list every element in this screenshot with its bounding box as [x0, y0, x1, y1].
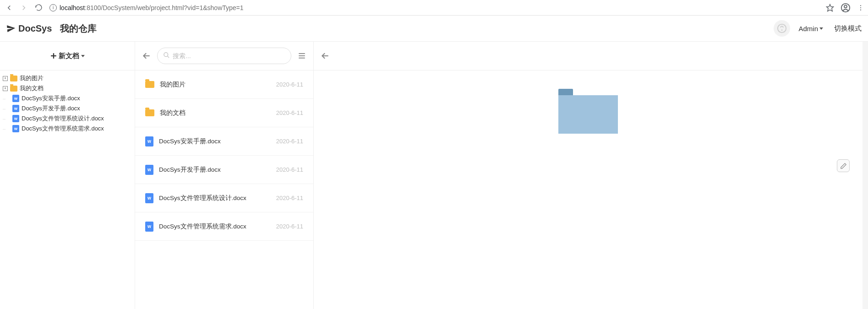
scrollbar[interactable] — [863, 42, 868, 309]
folder-preview-icon — [558, 89, 618, 134]
list-item[interactable]: 我的文档2020-6-11 — [135, 99, 313, 127]
svg-rect-14 — [299, 55, 305, 56]
switch-mode-link[interactable]: 切换模式 — [834, 24, 862, 33]
list-toolbar — [135, 42, 313, 70]
browser-chrome: i localhost:8100/DocSystem/web/project.h… — [0, 0, 868, 16]
word-file-icon: w — [12, 105, 19, 112]
admin-label: Admin — [798, 25, 818, 33]
brand-name: DocSys — [18, 23, 52, 34]
tree-expand-icon[interactable]: + — [3, 76, 8, 81]
word-file-icon: w — [12, 115, 19, 122]
edit-button[interactable] — [837, 159, 850, 172]
svg-rect-13 — [299, 53, 305, 54]
word-file-icon: w — [145, 222, 153, 232]
svg-rect-15 — [299, 58, 305, 59]
file-tree: +我的图片+我的文档┈wDocSys安装手册.docx┈wDocSys开发手册.… — [0, 70, 135, 136]
list-item-name: DocSys文件管理系统设计.docx — [159, 194, 271, 202]
list-item-date: 2020-6-11 — [276, 138, 303, 145]
list-item-date: 2020-6-11 — [276, 223, 303, 230]
list-item-date: 2020-6-11 — [276, 195, 303, 201]
detail-toolbar — [314, 42, 863, 70]
browser-menu-icon[interactable] — [857, 4, 864, 11]
svg-marker-0 — [827, 4, 834, 11]
tree-node-label: 我的文档 — [20, 84, 44, 92]
list-item-name: 我的文档 — [160, 109, 271, 117]
svg-point-5 — [860, 9, 861, 10]
list-pane: 我的图片2020-6-11我的文档2020-6-11wDocSys安装手册.do… — [135, 42, 314, 309]
folder-icon — [145, 109, 154, 116]
word-file-icon: w — [12, 95, 19, 102]
svg-point-3 — [860, 5, 861, 6]
list-item-date: 2020-6-11 — [276, 109, 303, 116]
browser-profile-icon[interactable] — [841, 3, 851, 13]
list-item[interactable]: wDocSys文件管理系统设计.docx2020-6-11 — [135, 184, 313, 212]
bookmark-star-icon[interactable] — [826, 4, 834, 12]
app-header: DocSys 我的仓库 Admin 切换模式 — [0, 16, 868, 42]
tree-toolbar: 新文档 — [0, 42, 135, 70]
folder-icon — [10, 76, 17, 81]
tree-connector: ┈ — [3, 95, 11, 102]
list-item[interactable]: wDocSys文件管理系统需求.docx2020-6-11 — [135, 212, 313, 241]
tree-node-label: 我的图片 — [20, 74, 44, 82]
list-item-name: DocSys开发手册.docx — [159, 166, 271, 174]
browser-reload-button[interactable] — [33, 2, 44, 13]
tree-file-node[interactable]: ┈wDocSys开发手册.docx — [3, 103, 132, 114]
word-file-icon: w — [145, 193, 153, 203]
tree-node-label: DocSys开发手册.docx — [22, 104, 80, 113]
svg-point-11 — [164, 53, 168, 57]
tree-node-label: DocSys文件管理系统需求.docx — [22, 125, 104, 133]
word-file-icon: w — [145, 136, 153, 146]
caret-down-icon — [819, 27, 823, 30]
tree-pane: 新文档 +我的图片+我的文档┈wDocSys安装手册.docx┈wDocSys开… — [0, 42, 135, 309]
search-box[interactable] — [157, 48, 291, 64]
tree-connector: ┈ — [3, 125, 11, 132]
search-icon — [163, 52, 170, 60]
view-mode-list-button[interactable] — [296, 50, 308, 62]
main-layout: 新文档 +我的图片+我的文档┈wDocSys安装手册.docx┈wDocSys开… — [0, 42, 868, 309]
tree-file-node[interactable]: ┈wDocSys文件管理系统设计.docx — [3, 114, 132, 124]
svg-point-6 — [778, 24, 786, 33]
url-host: localhost — [60, 4, 85, 11]
tree-folder-node[interactable]: +我的图片 — [3, 73, 132, 83]
svg-point-7 — [782, 30, 782, 30]
page-title: 我的仓库 — [60, 22, 97, 35]
search-input[interactable] — [173, 52, 285, 60]
folder-icon — [10, 86, 17, 92]
list-item-name: DocSys安装手册.docx — [159, 137, 271, 146]
browser-forward-button — [18, 2, 29, 13]
list-item[interactable]: wDocSys安装手册.docx2020-6-11 — [135, 127, 313, 156]
browser-back-button[interactable] — [4, 2, 15, 13]
browser-url-bar[interactable]: i localhost:8100/DocSystem/web/project.h… — [48, 4, 822, 11]
list-item[interactable]: 我的图片2020-6-11 — [135, 70, 313, 99]
list-item-name: 我的图片 — [160, 81, 271, 89]
tree-file-node[interactable]: ┈wDocSys安装手册.docx — [3, 93, 132, 103]
tree-file-node[interactable]: ┈wDocSys文件管理系统需求.docx — [3, 124, 132, 134]
new-document-label: 新文档 — [59, 52, 79, 60]
url-path: :8100/DocSystem/web/project.html?vid=1&s… — [85, 4, 243, 11]
file-list: 我的图片2020-6-11我的文档2020-6-11wDocSys安装手册.do… — [135, 70, 313, 309]
tree-expand-icon[interactable]: + — [3, 86, 8, 91]
detail-pane — [314, 42, 863, 309]
svg-rect-9 — [51, 55, 56, 56]
admin-dropdown[interactable]: Admin — [798, 25, 823, 33]
list-item-name: DocSys文件管理系统需求.docx — [159, 222, 271, 231]
svg-line-12 — [167, 56, 169, 58]
word-file-icon: w — [12, 125, 19, 132]
list-item[interactable]: wDocSys开发手册.docx2020-6-11 — [135, 156, 313, 184]
tree-node-label: DocSys文件管理系统设计.docx — [22, 114, 104, 123]
brand-logo[interactable]: DocSys — [6, 23, 52, 34]
folder-icon — [145, 81, 154, 88]
tree-folder-node[interactable]: +我的文档 — [3, 83, 132, 93]
tree-connector: ┈ — [3, 115, 11, 122]
tree-connector: ┈ — [3, 105, 11, 112]
site-info-icon[interactable]: i — [49, 4, 57, 11]
word-file-icon: w — [145, 165, 153, 175]
list-back-button[interactable] — [141, 50, 153, 62]
svg-point-4 — [860, 7, 861, 8]
detail-back-button[interactable] — [319, 50, 331, 62]
avatar[interactable] — [774, 20, 790, 37]
detail-body — [314, 70, 863, 309]
svg-point-2 — [844, 5, 847, 8]
tree-node-label: DocSys安装手册.docx — [22, 94, 80, 103]
new-document-button[interactable]: 新文档 — [50, 52, 85, 60]
